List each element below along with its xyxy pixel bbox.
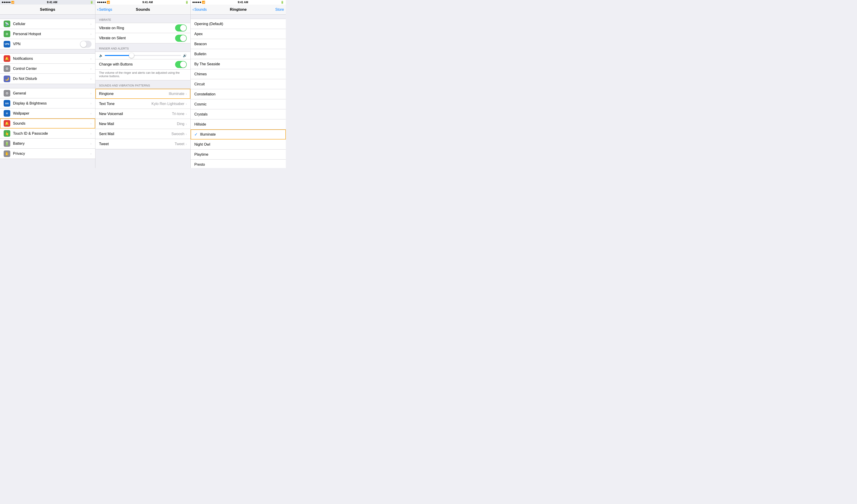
ringtone-back-button[interactable]: ‹ Sounds — [192, 7, 207, 12]
ringtone-item-hillside[interactable]: Hillside — [191, 119, 286, 130]
change-buttons-item[interactable]: Change with Buttons — [96, 60, 191, 69]
cellular-chevron: › — [90, 22, 91, 26]
ringtone-item-chimes[interactable]: Chimes — [191, 69, 286, 79]
ringtone-value: Illuminate — [169, 92, 184, 96]
settings-item-display[interactable]: AA Display & Brightness › — [0, 98, 95, 108]
touchid-label: Touch ID & Passcode — [13, 132, 90, 136]
notifications-icon: 🔔 — [4, 55, 10, 62]
rt-label-illuminate: Illuminate — [200, 132, 282, 136]
store-button[interactable]: Store — [275, 7, 284, 12]
ringtone-item-opening[interactable]: Opening (Default) — [191, 19, 286, 29]
ringtone-item-crystals[interactable]: Crystals — [191, 110, 286, 119]
settings-item-battery[interactable]: 🔋 Battery › — [0, 138, 95, 149]
settings-item-cellular[interactable]: 📡 Cellular › — [0, 19, 95, 29]
store-label: Store — [275, 7, 284, 12]
settings-item-vpn[interactable]: VPN VPN — [0, 39, 95, 49]
sounds-back-button[interactable]: ‹ Settings — [97, 7, 112, 12]
nav-bar-3: ‹ Sounds Ringtone Store — [191, 4, 286, 15]
settings-panel: 📶 9:41 AM 🔋 Settings 📡 Cellular › ⚙ — [0, 0, 96, 168]
patterns-group: Ringtone Illuminate › Text Tone Kylo Ren… — [96, 88, 191, 149]
vpn-toggle[interactable] — [80, 40, 91, 48]
sent-mail-item[interactable]: Sent Mail Swoosh › — [96, 129, 191, 139]
sounds-title: Sounds — [136, 7, 150, 12]
back-chevron-3: ‹ — [192, 7, 194, 12]
sent-mail-value: Swoosh — [171, 132, 184, 136]
ringtone-label: Ringtone — [99, 92, 169, 96]
ringer-slider-fill — [105, 55, 132, 56]
status-left-1: 📶 — [2, 1, 14, 4]
ringtone-item-night-owl[interactable]: Night Owl — [191, 139, 286, 150]
settings-item-do-not-disturb[interactable]: 🌙 Do Not Disturb › — [0, 74, 95, 84]
status-left-3: 📶 — [192, 1, 205, 4]
text-tone-label: Text Tone — [99, 102, 152, 106]
rt-label-constellation: Constellation — [194, 92, 282, 96]
notifications-chevron: › — [90, 57, 91, 61]
settings-item-wallpaper[interactable]: ✳ Wallpaper › — [0, 108, 95, 118]
back-chevron-2: ‹ — [97, 7, 99, 12]
ringtone-item-illuminate[interactable]: ✓Illuminate — [191, 130, 286, 139]
battery-icon-1: 🔋 — [90, 1, 94, 4]
ringtone-chevron: › — [186, 92, 187, 96]
ringtone-item-bulletin[interactable]: Bulletin — [191, 49, 286, 59]
ringer-slider-thumb[interactable] — [129, 53, 134, 58]
rt-label-opening: Opening (Default) — [194, 22, 282, 26]
text-tone-item[interactable]: Text Tone Kylo Ren Lightsaber › — [96, 99, 191, 109]
control-center-icon: ⚙ — [4, 65, 10, 72]
group-sep-3b — [0, 159, 95, 163]
settings-item-touchid[interactable]: 👆 Touch ID & Passcode › — [0, 129, 95, 138]
battery-icon-2: 🔋 — [185, 1, 188, 4]
vibrate-ring-toggle[interactable] — [175, 24, 187, 32]
ringtone-item-playtime[interactable]: Playtime — [191, 150, 286, 159]
new-mail-item[interactable]: New Mail Ding › — [96, 119, 191, 129]
touchid-icon: 👆 — [4, 130, 10, 137]
rt-label-presto: Presto — [194, 163, 282, 167]
ringtone-item-circuit[interactable]: Circuit — [191, 79, 286, 89]
rt-label-bulletin: Bulletin — [194, 52, 282, 56]
wifi-icon-1: 📶 — [11, 1, 14, 4]
wifi-icon-2: 📶 — [106, 1, 110, 4]
wifi-icon-3: 📶 — [202, 1, 205, 4]
time-3: 9:41 AM — [238, 1, 248, 4]
ringtone-item-presto[interactable]: Presto — [191, 159, 286, 168]
sounds-panel: 📶 9:41 AM 🔋 ‹ Settings Sounds VIBRATE Vi… — [96, 0, 191, 168]
ringtone-item-constellation[interactable]: Constellation — [191, 89, 286, 99]
new-voicemail-label: New Voicemail — [99, 112, 172, 116]
ringtone-item-cosmic[interactable]: Cosmic — [191, 99, 286, 110]
ringtone-item-by-the-seaside[interactable]: By The Seaside — [191, 59, 286, 69]
ringtone-content: Opening (Default)ApexBeaconBulletinBy Th… — [191, 15, 286, 168]
vibrate-ring-item[interactable]: Vibrate on Ring — [96, 23, 191, 33]
settings-item-control-center[interactable]: ⚙ Control Center › — [0, 64, 95, 74]
privacy-icon: ✋ — [4, 150, 10, 157]
new-voicemail-item[interactable]: New Voicemail Tri-tone › — [96, 109, 191, 119]
ringer-slider-row: 🔈 🔊 — [96, 52, 191, 60]
group-sep-1a — [0, 15, 95, 19]
vibrate-silent-thumb — [180, 35, 186, 41]
ringtone-item[interactable]: Ringtone Illuminate › — [96, 89, 191, 99]
settings-item-sounds[interactable]: 🔔 Sounds › — [0, 118, 95, 129]
wallpaper-label: Wallpaper — [13, 112, 90, 116]
ringtone-item-apex[interactable]: Apex — [191, 29, 286, 39]
do-not-disturb-chevron: › — [90, 77, 91, 81]
settings-content: 📡 Cellular › ⚙ Personal Hotspot › VPN VP… — [0, 15, 95, 168]
settings-item-privacy[interactable]: ✋ Privacy › — [0, 149, 95, 158]
vibrate-silent-item[interactable]: Vibrate on Silent — [96, 33, 191, 43]
ringtone-item-beacon[interactable]: Beacon — [191, 39, 286, 49]
status-bar-2: 📶 9:41 AM 🔋 — [96, 0, 191, 4]
battery-icon-3: 🔋 — [281, 1, 284, 4]
ringer-slider-track[interactable] — [105, 55, 181, 56]
settings-item-notifications[interactable]: 🔔 Notifications › — [0, 54, 95, 64]
nav-bar-2: ‹ Settings Sounds — [96, 4, 191, 15]
settings-item-general[interactable]: ⚙ General › — [0, 88, 95, 98]
dot5 — [9, 2, 11, 3]
signal-dots-2 — [97, 2, 106, 3]
time-2: 9:41 AM — [142, 1, 153, 4]
cellular-icon: 📡 — [4, 20, 10, 27]
settings-item-hotspot[interactable]: ⚙ Personal Hotspot › — [0, 29, 95, 39]
settings-group-3: ⚙ General › AA Display & Brightness › ✳ … — [0, 88, 95, 159]
tweet-item[interactable]: Tweet Tweet › — [96, 139, 191, 149]
ringtone-panel: 📶 9:41 AM 🔋 ‹ Sounds Ringtone Store Open… — [191, 0, 286, 168]
dot4 — [7, 2, 9, 3]
change-buttons-toggle[interactable] — [175, 61, 187, 68]
vibrate-silent-toggle[interactable] — [175, 35, 187, 42]
sent-mail-label: Sent Mail — [99, 132, 171, 136]
